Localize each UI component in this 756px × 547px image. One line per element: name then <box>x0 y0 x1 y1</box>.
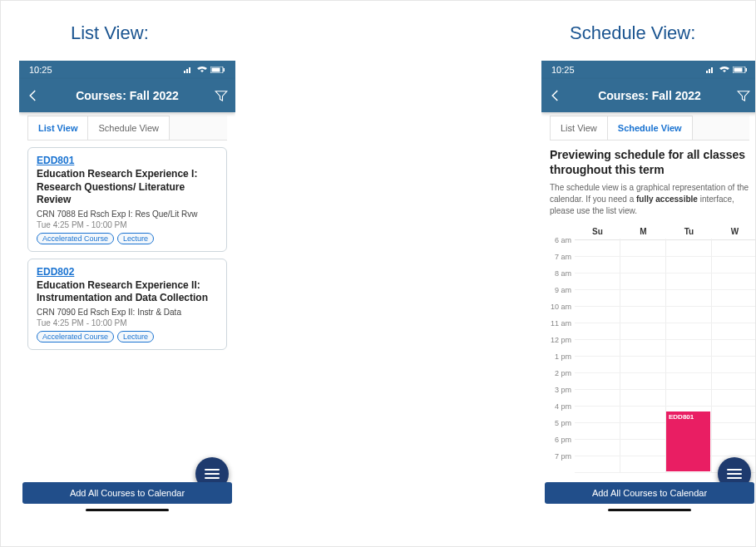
badge: Accelerated Course <box>37 233 114 244</box>
hour-row: 12 pm <box>575 340 756 357</box>
hour-row: 10 am <box>575 307 756 323</box>
hour-row: 7 am <box>575 257 756 274</box>
schedule-event[interactable]: EDD801 <box>666 411 710 471</box>
course-title: Education Research Experience I: Researc… <box>37 168 218 207</box>
menu-icon <box>205 473 220 475</box>
course-subtitle: CRN 7090 Ed Rsch Exp II: Instr & Data <box>37 308 218 317</box>
menu-icon <box>727 473 742 475</box>
hour-row: 6 pm <box>575 440 756 456</box>
filter-icon[interactable] <box>214 88 229 103</box>
tab-schedule-view[interactable]: Schedule View <box>608 116 693 140</box>
badges: Accelerated Course Lecture <box>37 233 218 244</box>
svg-rect-10 <box>734 68 743 72</box>
svg-rect-7 <box>709 69 710 73</box>
menu-icon <box>205 469 220 471</box>
svg-rect-2 <box>189 67 190 73</box>
day-header-row: Su M Tu W <box>575 224 756 240</box>
day-col: Tu <box>666 224 712 239</box>
battery-icon <box>733 67 748 73</box>
status-icons <box>706 67 748 73</box>
svg-rect-8 <box>711 67 713 73</box>
svg-rect-6 <box>706 71 708 73</box>
svg-rect-1 <box>186 69 188 73</box>
phone-list-view: 10:25 Courses: Fall 2022 List View Sched… <box>19 61 235 514</box>
phone-schedule-view: 10:25 Courses: Fall 2022 List View Sched… <box>541 61 756 514</box>
hour-label: 4 pm <box>545 402 571 411</box>
wifi-icon <box>719 67 729 73</box>
svg-rect-5 <box>224 68 225 71</box>
hour-row: 11 am <box>575 323 756 340</box>
hour-label: 10 am <box>545 303 571 311</box>
status-time: 10:25 <box>29 65 52 75</box>
svg-rect-4 <box>212 68 220 72</box>
hour-row: 9 am <box>575 290 756 307</box>
course-title: Education Research Experience II: Instru… <box>37 279 218 305</box>
tab-list-view[interactable]: List View <box>27 116 88 140</box>
tabs: List View Schedule View <box>27 116 227 140</box>
course-time: Tue 4:25 PM - 10:00 PM <box>37 220 218 229</box>
nav-bar: Courses: Fall 2022 <box>541 79 756 112</box>
tab-list-view[interactable]: List View <box>550 116 608 140</box>
nav-title: Courses: Fall 2022 <box>563 89 736 102</box>
course-list: EDD801 Education Research Experience I: … <box>19 140 235 363</box>
signal-icon <box>184 67 194 73</box>
nav-title: Courses: Fall 2022 <box>41 89 214 102</box>
hour-label: 8 am <box>545 269 571 278</box>
add-all-courses-button[interactable]: Add All Courses to Calendar <box>545 482 754 504</box>
svg-rect-0 <box>184 71 185 73</box>
course-code[interactable]: EDD801 <box>37 155 218 166</box>
schedule-heading: Previewing schedule for all classes thro… <box>541 147 756 177</box>
hour-label: 7 pm <box>545 452 571 461</box>
badge: Accelerated Course <box>37 331 114 342</box>
hour-label: 3 pm <box>545 386 571 394</box>
hour-label: 1 pm <box>545 352 571 361</box>
menu-icon <box>727 469 742 471</box>
hour-row: 4 pm <box>575 407 756 423</box>
menu-icon <box>727 477 742 479</box>
back-icon[interactable] <box>548 88 563 103</box>
hour-label: 12 pm <box>545 336 571 344</box>
status-icons <box>184 67 225 73</box>
wifi-icon <box>197 67 207 73</box>
hour-label: 6 pm <box>545 436 571 444</box>
hour-rows: 6 am7 am8 am9 am10 am11 am12 pm1 pm2 pm3… <box>575 240 756 473</box>
hour-label: 6 am <box>545 236 571 244</box>
hour-label: 9 am <box>545 286 571 294</box>
course-code[interactable]: EDD802 <box>37 266 218 278</box>
day-col: M <box>620 224 666 239</box>
hour-row: 6 am <box>575 240 756 257</box>
day-col: Su <box>575 224 620 239</box>
badges: Accelerated Course Lecture <box>37 331 218 342</box>
home-indicator[interactable] <box>86 509 169 511</box>
schedule-note: The schedule view is a graphical represe… <box>541 177 756 224</box>
course-time: Tue 4:25 PM - 10:00 PM <box>37 318 218 328</box>
status-bar: 10:25 <box>19 61 235 79</box>
course-card[interactable]: EDD802 Education Research Experience II:… <box>27 259 227 350</box>
battery-icon <box>210 67 225 73</box>
schedule-grid[interactable]: Su M Tu W 6 am7 am8 am9 am10 am11 am12 p… <box>541 224 756 473</box>
tabs: List View Schedule View <box>550 116 749 140</box>
back-icon[interactable] <box>26 88 41 103</box>
home-indicator[interactable] <box>608 509 691 511</box>
schedule-content: Previewing schedule for all classes thro… <box>541 140 756 473</box>
status-time: 10:25 <box>551 65 575 75</box>
hour-row: 8 am <box>575 274 756 290</box>
hour-row: 2 pm <box>575 373 756 390</box>
add-all-courses-button[interactable]: Add All Courses to Calendar <box>22 482 232 504</box>
filter-icon[interactable] <box>736 88 751 103</box>
hour-label: 5 pm <box>545 419 571 427</box>
course-card[interactable]: EDD801 Education Research Experience I: … <box>27 147 227 252</box>
badge: Lecture <box>117 233 154 244</box>
tab-schedule-view[interactable]: Schedule View <box>88 116 170 140</box>
hour-label: 2 pm <box>545 369 571 377</box>
status-bar: 10:25 <box>541 61 756 79</box>
badge: Lecture <box>117 331 154 342</box>
bottom-bar: Add All Courses to Calendar <box>545 482 754 504</box>
caption-list-view: List View: <box>71 22 149 44</box>
menu-icon <box>205 477 220 479</box>
bottom-bar: Add All Courses to Calendar <box>22 482 232 504</box>
caption-schedule-view: Schedule View: <box>570 22 695 44</box>
hour-row: 1 pm <box>575 357 756 373</box>
signal-icon <box>706 67 716 73</box>
schedule-note-bold: fully accessible <box>636 195 698 204</box>
